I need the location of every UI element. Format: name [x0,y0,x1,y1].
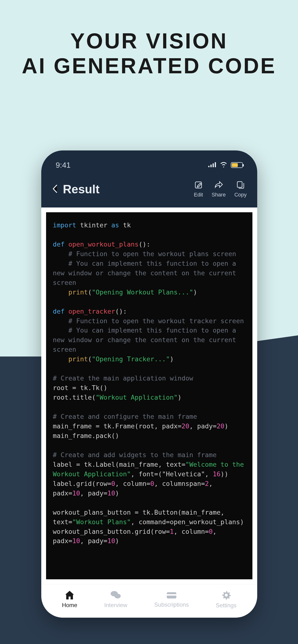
edit-button[interactable]: Edit [194,181,203,198]
edit-icon [194,181,203,190]
gear-icon [221,590,231,601]
nav-settings[interactable]: Settings [216,590,237,609]
code-block[interactable]: import tkinter as tk def open_workout_pl… [46,212,252,579]
svg-rect-2 [213,164,214,167]
svg-rect-5 [237,182,242,187]
svg-point-10 [225,594,228,596]
card-icon [166,591,177,600]
share-label: Share [212,192,226,198]
copy-icon [236,181,244,190]
svg-rect-9 [167,594,176,596]
nav-subscriptions[interactable]: Subscriptions [154,591,189,608]
page-title: Result [63,182,100,196]
svg-rect-0 [208,166,209,167]
marketing-line-2: AI GENERATED CODE [0,54,298,78]
nav-subscriptions-label: Subscriptions [154,601,189,608]
bottom-nav: Home Interview Subscriptions Settings [41,584,257,618]
svg-rect-1 [210,164,212,167]
status-bar: 9:41 [41,154,257,176]
edit-label: Edit [194,192,203,198]
marketing-headline: YOUR VISION AI GENERATED CODE [0,29,298,78]
signal-icon [208,162,216,168]
battery-icon [231,162,243,168]
share-icon [214,181,223,190]
nav-home-label: Home [62,602,77,608]
nav-interview-label: Interview [104,602,127,608]
app-header: Result Edit Share Copy [41,176,257,208]
phone-frame: 9:41 Result Edit [41,150,257,618]
chat-icon [110,590,121,601]
svg-rect-3 [215,162,216,167]
home-icon [64,590,75,601]
share-button[interactable]: Share [212,181,226,198]
status-time: 9:41 [56,161,71,170]
nav-interview[interactable]: Interview [104,590,127,608]
marketing-line-1: YOUR VISION [0,29,298,54]
back-button[interactable]: Result [52,182,100,196]
header-actions: Edit Share Copy [194,181,247,198]
content-area: import tkinter as tk def open_workout_pl… [41,208,257,584]
svg-point-7 [114,594,121,598]
copy-label: Copy [234,192,247,198]
nav-home[interactable]: Home [62,590,77,608]
copy-button[interactable]: Copy [234,181,247,198]
chevron-left-icon [52,184,58,194]
nav-settings-label: Settings [216,602,237,609]
wifi-icon [220,162,227,168]
status-icons [208,162,243,168]
